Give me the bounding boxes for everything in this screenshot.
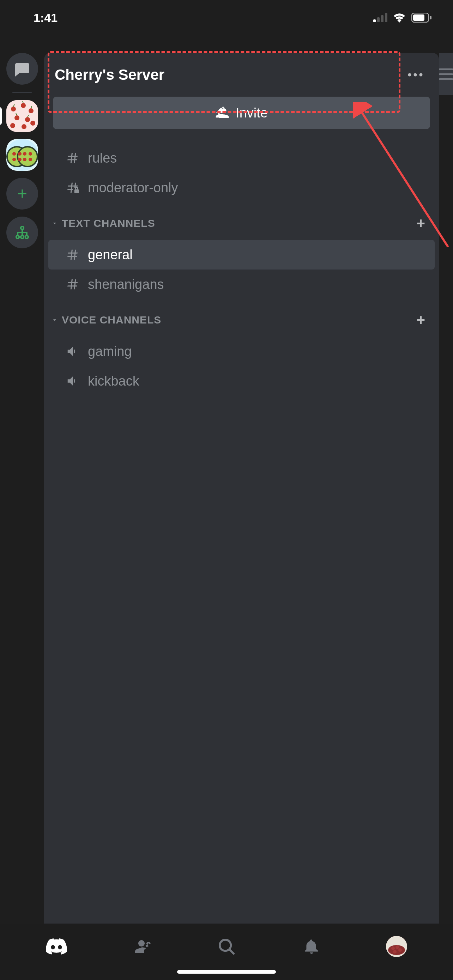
svg-point-40 [396, 945, 399, 949]
status-bar: 1:41 [0, 0, 453, 35]
search-icon [217, 937, 236, 956]
add-server-button[interactable] [6, 178, 38, 210]
svg-point-27 [21, 226, 23, 229]
cellular-icon [373, 13, 387, 22]
svg-point-9 [21, 103, 26, 108]
svg-rect-3 [385, 13, 387, 22]
svg-point-20 [18, 152, 22, 156]
svg-point-14 [22, 124, 27, 129]
hub-tree-icon [14, 225, 30, 240]
student-hub-button[interactable] [6, 216, 38, 248]
friends-wave-icon [132, 937, 151, 956]
channel-label: rules [88, 151, 424, 166]
svg-point-12 [25, 117, 30, 122]
status-icons [373, 13, 432, 22]
chat-bubble-icon [14, 60, 31, 77]
svg-point-24 [29, 152, 32, 156]
voice-channel-kickback[interactable]: kickback [48, 366, 435, 396]
svg-rect-0 [373, 19, 376, 22]
selected-server-indicator [0, 107, 2, 125]
tab-profile[interactable] [381, 931, 412, 963]
channel-general[interactable]: general [48, 240, 435, 269]
svg-point-21 [12, 158, 16, 161]
channel-label: kickback [88, 374, 424, 389]
svg-point-32 [414, 73, 417, 76]
svg-point-31 [408, 73, 412, 76]
menu-icon [439, 68, 453, 80]
svg-point-23 [23, 152, 27, 156]
server-avatar-citrus[interactable] [6, 139, 38, 171]
add-person-icon [215, 106, 229, 120]
server-rail [0, 0, 44, 924]
chat-peek-edge[interactable] [439, 53, 453, 95]
invite-label: Invite [236, 105, 268, 121]
svg-point-10 [29, 108, 33, 113]
svg-point-22 [18, 158, 22, 161]
chevron-down-icon [51, 220, 58, 227]
svg-rect-2 [381, 15, 383, 22]
svg-point-15 [30, 121, 35, 126]
svg-rect-6 [430, 16, 431, 19]
home-indicator [177, 970, 276, 974]
speaker-icon [65, 374, 80, 388]
chevron-down-icon [51, 317, 58, 323]
channel-label: gaming [88, 344, 424, 359]
svg-point-11 [14, 115, 19, 120]
svg-rect-35 [75, 189, 79, 193]
add-channel-button[interactable]: + [413, 310, 429, 330]
plus-icon: + [416, 215, 426, 231]
svg-point-29 [21, 235, 23, 239]
profile-avatar [386, 936, 407, 957]
channel-label: general [88, 247, 424, 262]
tab-home[interactable] [41, 931, 72, 963]
bell-icon [303, 938, 320, 955]
category-label: TEXT CHANNELS [62, 217, 155, 229]
invite-button[interactable]: Invite [53, 97, 430, 129]
voice-channel-gaming[interactable]: gaming [48, 337, 435, 366]
hash-icon [65, 278, 80, 291]
tab-notifications[interactable] [296, 931, 327, 963]
hash-icon [65, 151, 80, 165]
channel-rules[interactable]: rules [48, 143, 435, 173]
category-text-channels[interactable]: TEXT CHANNELS + [44, 202, 439, 240]
channel-label: moderator-only [88, 180, 424, 196]
svg-point-13 [10, 123, 15, 128]
svg-point-42 [393, 950, 397, 953]
svg-point-30 [25, 235, 28, 239]
svg-point-19 [12, 152, 16, 156]
channel-shenanigans[interactable]: shenanigans [48, 269, 435, 299]
svg-point-41 [398, 948, 402, 952]
wifi-icon [392, 13, 407, 22]
tab-search[interactable] [211, 931, 242, 963]
plus-icon [15, 187, 29, 201]
ellipsis-icon [407, 73, 423, 77]
svg-point-8 [11, 107, 16, 111]
svg-point-25 [23, 158, 27, 161]
channel-label: shenanigans [88, 277, 424, 292]
discord-logo-icon [46, 936, 67, 957]
svg-point-26 [29, 158, 32, 161]
channel-moderator-only[interactable]: moderator-only [48, 173, 435, 202]
direct-messages-button[interactable] [6, 53, 38, 85]
hash-lock-icon [65, 181, 80, 194]
server-name: Cherry's Server [55, 66, 164, 83]
svg-rect-1 [377, 17, 380, 22]
svg-point-39 [391, 947, 395, 950]
svg-point-18 [17, 147, 37, 167]
server-header[interactable]: Cherry's Server [44, 53, 439, 97]
category-voice-channels[interactable]: VOICE CHANNELS + [44, 299, 439, 337]
rail-separator [12, 92, 32, 93]
speaker-icon [65, 345, 80, 358]
battery-icon [412, 13, 432, 22]
hash-icon [65, 248, 80, 261]
svg-point-33 [420, 73, 423, 76]
server-options-button[interactable] [407, 73, 423, 77]
svg-point-28 [16, 235, 19, 239]
status-time: 1:41 [33, 11, 57, 25]
server-avatar-cherries[interactable] [6, 100, 38, 132]
svg-rect-5 [413, 14, 424, 21]
channel-panel: Cherry's Server Invite [44, 53, 439, 924]
category-label: VOICE CHANNELS [62, 314, 161, 326]
tab-friends[interactable] [126, 931, 157, 963]
add-channel-button[interactable]: + [413, 213, 429, 234]
